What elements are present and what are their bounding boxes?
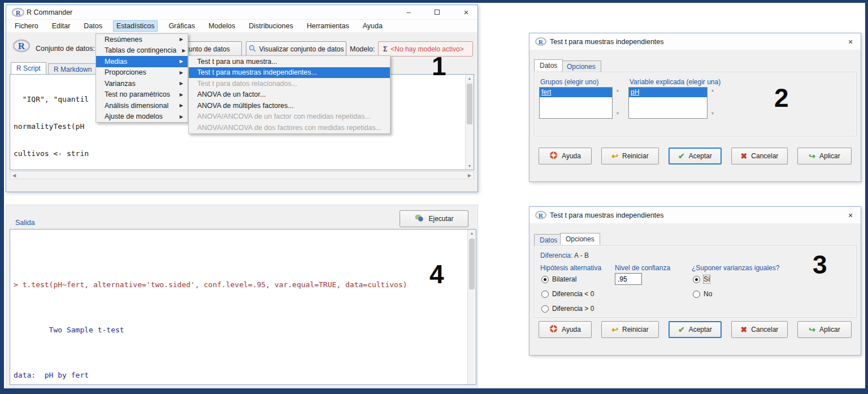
aceptar-button[interactable]: ✔ Aceptar: [669, 148, 722, 164]
cancelar-button[interactable]: ✖ Cancelar: [731, 148, 788, 164]
script-vertical-scrollbar[interactable]: ▲ ▼: [465, 75, 474, 170]
output-vertical-scrollbar[interactable]: ▲: [467, 230, 476, 384]
menu-editar[interactable]: Editar: [49, 21, 73, 31]
svg-text:R: R: [539, 38, 544, 45]
radio-bilateral[interactable]: Bilateral: [541, 275, 576, 283]
rcommander-window: R R Commander – × Fichero Editar Datos E…: [6, 5, 478, 192]
menu-item-proporciones[interactable]: Proporciones▶: [96, 67, 188, 79]
r-logo-icon: R: [13, 39, 30, 55]
radio-icon: [693, 276, 700, 283]
tab-rscript[interactable]: R Script: [11, 62, 46, 74]
submenu-item-anova-un-factor[interactable]: ANOVA de un factor...: [189, 89, 390, 101]
variable-scroll-arrows[interactable]: ▲ ▼: [709, 88, 716, 118]
menu-item-ajuste-modelos[interactable]: Ajuste de modelos▶: [96, 111, 188, 123]
minimize-icon[interactable]: –: [401, 7, 416, 18]
cancelar-button[interactable]: ✖ Cancelar: [731, 321, 788, 338]
ejecutar-button[interactable]: Ejecutar: [400, 210, 468, 227]
svg-text:R: R: [539, 212, 544, 219]
menu-item-varianzas[interactable]: Varianzas▶: [96, 78, 188, 89]
radio-si[interactable]: Sí: [693, 275, 710, 283]
menu-graficas[interactable]: Gráficas: [166, 21, 198, 31]
grupos-label: Grupos (elegir uno): [540, 78, 598, 86]
ayuda-button[interactable]: Ayuda: [539, 321, 592, 338]
output-box[interactable]: > t.test(pH~fert, alternative='two.sided…: [10, 229, 476, 385]
scroll-down-icon[interactable]: ▼: [709, 111, 716, 115]
radio-diferencia-mayor[interactable]: Diferencia > 0: [541, 305, 594, 313]
scroll-up-icon[interactable]: ▲: [466, 76, 474, 80]
close-icon[interactable]: ×: [845, 37, 856, 47]
reiniciar-button[interactable]: ↩ Reiniciar: [601, 321, 659, 338]
submenu-arrow-icon: ▶: [182, 48, 185, 53]
menu-ayuda[interactable]: Ayuda: [360, 21, 385, 31]
aplicar-button[interactable]: ↪ Aplicar: [797, 148, 852, 164]
menu-item-resumenes[interactable]: Resúmenes▶: [96, 34, 188, 45]
menubar: Fichero Editar Datos Estadísticos Gráfic…: [6, 20, 478, 32]
scroll-up-icon[interactable]: ▲: [614, 88, 621, 92]
undo-icon: ↩: [611, 325, 618, 334]
radio-icon: [541, 291, 549, 298]
submenu-item-anova-multiples-factores[interactable]: ANOVA de múltiples factores...: [189, 100, 390, 111]
script-horizontal-scrollbar[interactable]: ◀ ▶: [10, 171, 474, 179]
radio-no[interactable]: No: [693, 290, 712, 298]
radio-diferencia-menor[interactable]: Diferencia < 0: [541, 290, 594, 298]
tab-datos[interactable]: Datos: [534, 234, 563, 246]
submenu-item-ancova-un-factor: ANOVA/ANCOVA de un factor con medidas re…: [189, 111, 390, 123]
model-button[interactable]: Σ <No hay modelo activo>: [378, 41, 473, 57]
r-logo-icon: R: [12, 8, 24, 19]
confidence-input[interactable]: [615, 273, 642, 285]
aceptar-button[interactable]: ✔ Aceptar: [669, 321, 722, 338]
scroll-left-icon[interactable]: ◀: [12, 173, 16, 178]
list-item-fert[interactable]: fert: [540, 88, 612, 97]
annotation-4: 4: [429, 259, 444, 289]
ttest-dialog-datos: R Test t para muestras independientes × …: [529, 33, 861, 182]
output-line: Two Sample t-test: [14, 326, 476, 335]
scroll-up-icon[interactable]: ▲: [709, 88, 716, 92]
menu-estadisticos[interactable]: Estadísticos: [113, 20, 158, 32]
menu-modelos[interactable]: Modelos: [206, 21, 238, 31]
maximize-icon[interactable]: [435, 10, 440, 15]
tab-datos[interactable]: Datos: [534, 59, 563, 71]
menu-distribuciones[interactable]: Distribuciones: [246, 21, 296, 31]
hipotesis-label: Hipótesis alternativa: [540, 264, 601, 272]
aplicar-button[interactable]: ↪ Aplicar: [797, 321, 852, 338]
dialog-titlebar: R Test t para muestras independientes ×: [530, 207, 861, 224]
tab-rmarkdown[interactable]: R Markdown: [48, 63, 97, 75]
apply-icon: ↪: [809, 325, 815, 334]
lifebuoy-icon: [549, 324, 558, 335]
view-dataset-button[interactable]: Visualizar conjunto de datos: [246, 41, 346, 57]
variable-listbox[interactable]: pH: [628, 87, 708, 119]
menu-fichero[interactable]: Fichero: [12, 21, 41, 31]
scroll-thumb[interactable]: [467, 84, 472, 124]
opciones-groupbox: Diferencia: A - B Hipótesis alternativa …: [534, 245, 857, 318]
menu-herramientas[interactable]: Herramientas: [304, 21, 352, 31]
reiniciar-button[interactable]: ↩ Reiniciar: [601, 148, 659, 164]
submenu-arrow-icon: ▶: [180, 92, 183, 97]
ayuda-button[interactable]: Ayuda: [539, 148, 592, 164]
close-icon[interactable]: ×: [458, 7, 474, 18]
close-icon[interactable]: ×: [845, 211, 856, 221]
tab-opciones[interactable]: Opciones: [561, 60, 601, 72]
model-value: <No hay modelo activo>: [390, 45, 463, 53]
submenu-item-test-t-independientes[interactable]: Test t para muestras independientes...: [189, 67, 390, 79]
cancel-icon: ✖: [741, 151, 748, 161]
grupos-listbox[interactable]: fert: [539, 87, 613, 119]
menu-datos[interactable]: Datos: [81, 21, 105, 31]
medias-submenu: Test t para una muestra... Test t para m…: [188, 55, 390, 134]
tab-opciones[interactable]: Opciones: [560, 233, 600, 245]
dialog-titlebar: R Test t para muestras independientes ×: [530, 33, 861, 50]
menu-item-analisis-dimensional[interactable]: Análisis dimensional▶: [96, 100, 188, 111]
datos-groupbox: Grupos (elegir uno) fert ▲ ▼ Variable ex…: [534, 72, 857, 136]
menu-item-test-no-parametricos[interactable]: Test no paramétricos▶: [96, 89, 188, 101]
scroll-thumb[interactable]: [469, 239, 475, 289]
submenu-item-test-t-una-muestra[interactable]: Test t para una muestra...: [189, 56, 390, 67]
scroll-down-icon[interactable]: ▼: [614, 111, 621, 115]
menu-item-medias[interactable]: Medias▶: [96, 56, 188, 67]
grupos-scroll-arrows[interactable]: ▲ ▼: [614, 88, 621, 118]
check-icon: ✔: [678, 151, 685, 161]
scroll-right-icon[interactable]: ▶: [468, 173, 471, 178]
scroll-up-icon[interactable]: ▲: [468, 231, 476, 235]
scroll-down-icon[interactable]: ▼: [466, 164, 474, 168]
menu-item-tablas-contingencia[interactable]: Tablas de contingencia▶: [96, 45, 188, 57]
submenu-arrow-icon: ▶: [180, 59, 183, 64]
list-item-ph[interactable]: pH: [629, 88, 707, 97]
